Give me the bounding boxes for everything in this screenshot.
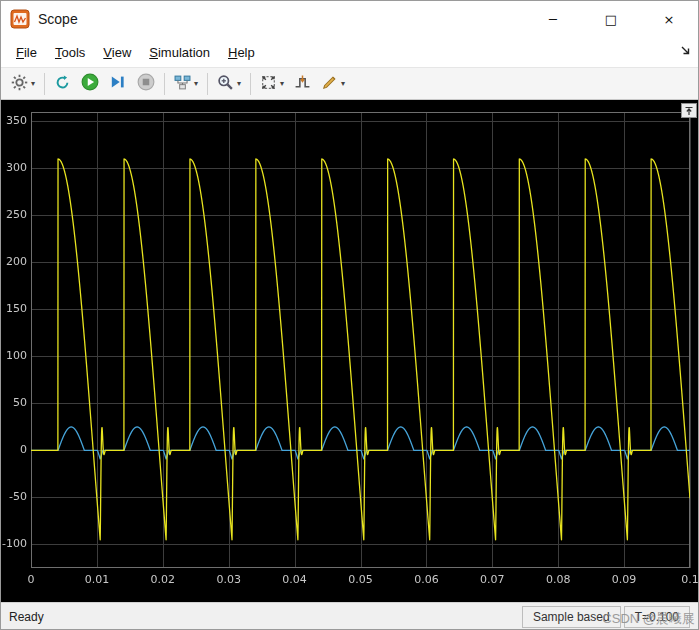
- statusbar: Ready Sample based T=0.100 CSDN @晨曦展: [1, 602, 698, 630]
- chevron-down-icon: ▾: [341, 79, 345, 88]
- scope-window: Scope ─ □ × File Tools View Simulation H…: [0, 0, 699, 630]
- sample-mode-indicator: Sample based: [522, 606, 621, 628]
- scope-plot[interactable]: [1, 100, 699, 602]
- gear-icon: [11, 74, 28, 94]
- menu-simulation[interactable]: Simulation: [140, 40, 219, 65]
- fit-to-view-button[interactable]: ▾: [255, 71, 289, 97]
- stepping-options-button[interactable]: [49, 71, 76, 97]
- menu-simulation-key: S: [149, 45, 158, 60]
- menu-tools[interactable]: Tools: [46, 40, 94, 65]
- close-button[interactable]: ×: [640, 1, 698, 37]
- arrow-up-icon: [684, 106, 694, 116]
- fit-view-icon: [260, 74, 277, 94]
- dock-arrow-icon[interactable]: [680, 45, 692, 60]
- window-controls: ─ □ ×: [524, 1, 698, 37]
- menubar: File Tools View Simulation Help: [1, 37, 698, 67]
- settings-button[interactable]: ▾: [6, 71, 40, 97]
- chevron-down-icon: ▾: [237, 79, 241, 88]
- scope-app-icon: [10, 9, 30, 29]
- stop-icon: [137, 73, 155, 94]
- menu-file-rest: ile: [24, 45, 37, 60]
- zoom-button[interactable]: ▾: [212, 71, 246, 97]
- toolbar-separator: [44, 73, 45, 95]
- menu-view[interactable]: View: [94, 40, 140, 65]
- pencil-icon: [321, 74, 338, 94]
- menu-simulation-rest: imulation: [158, 45, 210, 60]
- simulation-time-indicator: T=0.100: [624, 606, 690, 628]
- trigger-icon: [294, 74, 311, 94]
- menu-file[interactable]: File: [7, 40, 46, 65]
- menu-tools-rest: ools: [61, 45, 85, 60]
- chevron-down-icon: ▾: [31, 79, 35, 88]
- stop-button[interactable]: [132, 71, 160, 97]
- toolbar-separator: [207, 73, 208, 95]
- circular-arrow-icon: [54, 74, 71, 94]
- menu-view-rest: iew: [112, 45, 132, 60]
- chevron-down-icon: ▾: [280, 79, 284, 88]
- menu-help-key: H: [228, 45, 237, 60]
- measurements-button[interactable]: ▾: [316, 71, 350, 97]
- status-cells: Sample based T=0.100: [522, 606, 690, 628]
- step-forward-button[interactable]: [104, 71, 132, 97]
- window-title: Scope: [38, 11, 78, 27]
- menu-help[interactable]: Help: [219, 40, 264, 65]
- plot-area: [1, 100, 699, 602]
- toolbar-separator: [164, 73, 165, 95]
- status-text: Ready: [9, 610, 44, 624]
- flowchart-icon: [174, 74, 191, 94]
- run-button[interactable]: [76, 71, 104, 97]
- titlebar: Scope ─ □ ×: [1, 1, 698, 37]
- chevron-down-icon: ▾: [194, 79, 198, 88]
- signal-selector-button[interactable]: ▾: [169, 71, 203, 97]
- toolbar: ▾: [1, 67, 698, 100]
- magnifier-icon: [217, 74, 234, 94]
- minimize-button[interactable]: ─: [524, 1, 582, 37]
- play-icon: [81, 73, 99, 94]
- maximize-button[interactable]: □: [582, 1, 640, 37]
- step-forward-icon: [109, 73, 127, 94]
- trigger-button[interactable]: [289, 71, 316, 97]
- menu-view-key: V: [103, 45, 111, 60]
- toolbar-separator: [250, 73, 251, 95]
- menu-file-key: F: [16, 45, 24, 60]
- menu-help-rest: elp: [237, 45, 254, 60]
- expand-plot-button[interactable]: [681, 103, 697, 118]
